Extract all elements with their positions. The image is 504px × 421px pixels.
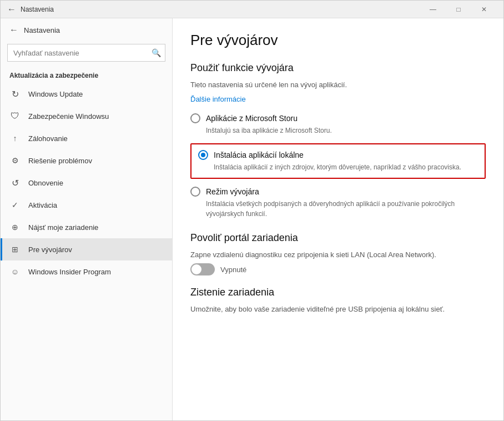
troubleshoot-icon: ⚙ xyxy=(9,155,21,166)
sidebar-section-title: Aktualizácia a zabezpečenie xyxy=(1,66,172,83)
titlebar: ← Nastavenia — □ ✕ xyxy=(1,1,503,18)
sidebar-item-label: Zabezpečenie Windowsu xyxy=(28,112,109,121)
device-portal-desc: Zapne vzdialenú diagnostiku cez pripojen… xyxy=(190,249,486,260)
search-input[interactable] xyxy=(7,44,165,62)
sidebar-item-windows-update[interactable]: ↻ Windows Update xyxy=(1,83,172,105)
search-icon: 🔍 xyxy=(152,48,161,57)
toggle-knob xyxy=(191,264,201,274)
sidebar-item-zalohovanie[interactable]: ↑ Zálohovanie xyxy=(1,127,172,149)
more-info-link[interactable]: Ďalšie informácie xyxy=(190,95,246,103)
sidebar-item-label: Windows Update xyxy=(28,90,83,98)
radio-label-row-developer: Režim vývojára xyxy=(190,187,486,197)
titlebar-controls: — □ ✕ xyxy=(420,1,497,18)
sidebar-item-aktivacia[interactable]: ✓ Aktivácia xyxy=(1,194,172,216)
sidebar-item-insider[interactable]: ☺ Windows Insider Program xyxy=(1,260,172,283)
sidebar-item-label: Riešenie problémov xyxy=(28,157,92,165)
radio-label-row-store: Aplikácie z Microsoft Storu xyxy=(190,113,486,123)
activation-icon: ✓ xyxy=(9,199,21,210)
security-icon: 🛡 xyxy=(9,111,21,122)
device-portal-toggle[interactable] xyxy=(190,263,215,275)
radio-developer-desc: Inštalácia všetkých podpísaných a dôvery… xyxy=(206,199,486,219)
device-portal-title: Povoliť portál zariadenia xyxy=(190,232,486,244)
titlebar-title: Nastavenia xyxy=(21,6,420,13)
radio-option-local: Inštalácia aplikácií lokálne Inštalácia … xyxy=(190,143,486,179)
developer-icon: ⊞ xyxy=(9,244,21,255)
sidebar: ← Nastavenia 🔍 Aktualizácia a zabezpečen… xyxy=(1,18,173,420)
sidebar-item-pre-vyvojarov[interactable]: ⊞ Pre vývojárov xyxy=(1,238,172,260)
page-title: Pre vývojárov xyxy=(190,32,486,49)
radio-developer[interactable] xyxy=(190,187,200,197)
back-arrow-icon: ← xyxy=(9,25,18,35)
radio-label-row-local: Inštalácia aplikácií lokálne xyxy=(198,150,478,160)
sidebar-item-label: Obnovenie xyxy=(28,179,63,187)
window-content: ← Nastavenia 🔍 Aktualizácia a zabezpečen… xyxy=(1,18,503,420)
sidebar-item-label: Nájsť moje zariadenie xyxy=(28,223,98,232)
sidebar-back[interactable]: ← Nastavenia xyxy=(1,18,172,42)
recovery-icon: ↺ xyxy=(9,177,21,188)
minimize-button[interactable]: — xyxy=(420,1,446,18)
close-button[interactable]: ✕ xyxy=(471,1,497,18)
sidebar-back-label: Nastavenia xyxy=(24,26,60,34)
sidebar-item-label: Aktivácia xyxy=(28,201,57,209)
sidebar-item-label: Pre vývojárov xyxy=(28,245,72,254)
sidebar-item-zabezpecenie[interactable]: 🛡 Zabezpečenie Windowsu xyxy=(1,105,172,127)
insider-icon: ☺ xyxy=(9,266,21,277)
windows-update-icon: ↻ xyxy=(9,88,21,99)
main-content: Pre vývojárov Použiť funkcie vývojára Ti… xyxy=(173,18,503,420)
sidebar-item-obnovenie[interactable]: ↺ Obnovenie xyxy=(1,172,172,194)
radio-store[interactable] xyxy=(190,113,200,123)
settings-window: ← Nastavenia — □ ✕ ← Nastavenia 🔍 Aktual… xyxy=(0,0,504,421)
titlebar-back-arrow: ← xyxy=(7,4,16,14)
device-discovery-desc: Umožnite, aby bolo vaše zariadenie vidit… xyxy=(190,304,486,315)
radio-option-store: Aplikácie z Microsoft Storu Inštalujú sa… xyxy=(190,113,486,136)
radio-store-desc: Inštalujú sa iba aplikácie z Microsoft S… xyxy=(206,126,486,136)
radio-local-label: Inštalácia aplikácií lokálne xyxy=(214,151,304,159)
sidebar-item-najst[interactable]: ⊕ Nájsť moje zariadenie xyxy=(1,216,172,238)
developer-features-desc: Tieto nastavenia sú určené len na vývoj … xyxy=(190,79,486,91)
developer-options: Aplikácie z Microsoft Storu Inštalujú sa… xyxy=(190,113,486,219)
maximize-button[interactable]: □ xyxy=(446,1,471,18)
radio-developer-label: Režim vývojára xyxy=(206,187,259,196)
find-device-icon: ⊕ xyxy=(9,222,21,233)
sidebar-item-label: Windows Insider Program xyxy=(28,268,111,276)
radio-option-developer: Režim vývojára Inštalácia všetkých podpí… xyxy=(190,187,486,219)
device-portal-toggle-label: Vypnuté xyxy=(220,265,246,274)
radio-local[interactable] xyxy=(198,150,208,160)
sidebar-item-label: Zálohovanie xyxy=(28,134,68,143)
device-portal-toggle-row: Vypnuté xyxy=(190,263,486,275)
radio-local-desc: Inštalácia aplikácií z iných zdrojov, kt… xyxy=(214,162,478,172)
backup-icon: ↑ xyxy=(9,133,21,144)
use-developer-features-title: Použiť funkcie vývojára xyxy=(190,62,486,74)
search-box[interactable]: 🔍 xyxy=(7,44,165,62)
device-discovery-title: Zistenie zariadenia xyxy=(190,287,486,298)
sidebar-item-riešenie[interactable]: ⚙ Riešenie problémov xyxy=(1,149,172,172)
radio-store-label: Aplikácie z Microsoft Storu xyxy=(206,114,298,123)
